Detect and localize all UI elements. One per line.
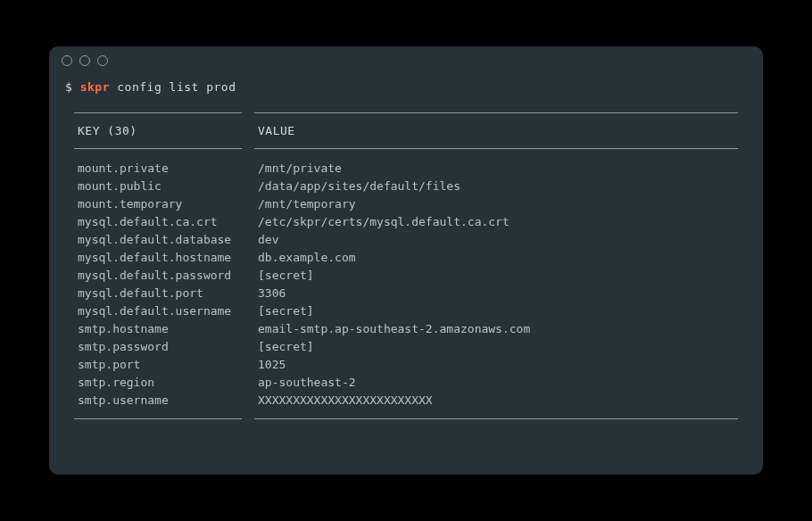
table-row-key: mount.public (78, 178, 238, 195)
table-header-value: VALUE (254, 112, 738, 150)
table-row-value: dev (258, 231, 734, 249)
table-row-value: /mnt/private (258, 160, 734, 178)
table-row-value: 1025 (258, 356, 734, 374)
table-header: KEY (30) VALUE (74, 112, 738, 150)
table-row-value: /data/app/sites/default/files (258, 178, 734, 195)
table-row-value: ap-southeast-2 (258, 374, 734, 392)
table-row-key: smtp.hostname (78, 320, 238, 338)
table-row-key: smtp.password (78, 338, 238, 356)
table-row-key: mount.temporary (78, 195, 238, 213)
table-row-key: smtp.region (78, 374, 238, 392)
table-row-value: /etc/skpr/certs/mysql.default.ca.crt (258, 213, 734, 231)
table-row-value: [secret] (258, 267, 734, 285)
table-keys-column: mount.privatemount.publicmount.temporary… (74, 156, 242, 419)
table-row-key: smtp.username (78, 392, 238, 409)
prompt-symbol: $ (65, 80, 72, 94)
table-row-value: [secret] (258, 302, 734, 320)
table-row-key: mysql.default.hostname (78, 249, 238, 267)
maximize-icon[interactable] (97, 55, 108, 66)
table-header-key: KEY (30) (74, 112, 242, 150)
minimize-icon[interactable] (79, 55, 90, 66)
table-row-key: mysql.default.port (78, 285, 238, 302)
terminal-window: $ skpr config list prod KEY (30) VALUE m… (49, 46, 763, 475)
table-row-value: email-smtp.ap-southeast-2.amazonaws.com (258, 320, 734, 338)
table-row-value: db.example.com (258, 249, 734, 267)
config-table: KEY (30) VALUE mount.privatemount.public… (65, 112, 747, 420)
table-row-key: mysql.default.username (78, 302, 238, 320)
table-row-key: mysql.default.password (78, 267, 238, 285)
command-name: skpr (80, 80, 110, 94)
table-row-value: XXXXXXXXXXXXXXXXXXXXXXXXX (258, 392, 734, 409)
command-args: config list prod (117, 80, 236, 94)
window-title-bar (49, 46, 763, 75)
table-row-value: 3306 (258, 285, 734, 302)
close-icon[interactable] (62, 55, 72, 66)
command-prompt-line: $ skpr config list prod (65, 79, 747, 96)
table-row-key: smtp.port (78, 356, 238, 374)
table-body: mount.privatemount.publicmount.temporary… (74, 149, 738, 419)
table-row-value: [secret] (258, 338, 734, 356)
table-row-value: /mnt/temporary (258, 195, 734, 213)
table-values-column: /mnt/private/data/app/sites/default/file… (254, 156, 738, 419)
table-row-key: mysql.default.ca.crt (78, 213, 238, 231)
terminal-content: $ skpr config list prod KEY (30) VALUE m… (49, 75, 763, 435)
table-row-key: mount.private (78, 160, 238, 178)
table-row-key: mysql.default.database (78, 231, 238, 249)
